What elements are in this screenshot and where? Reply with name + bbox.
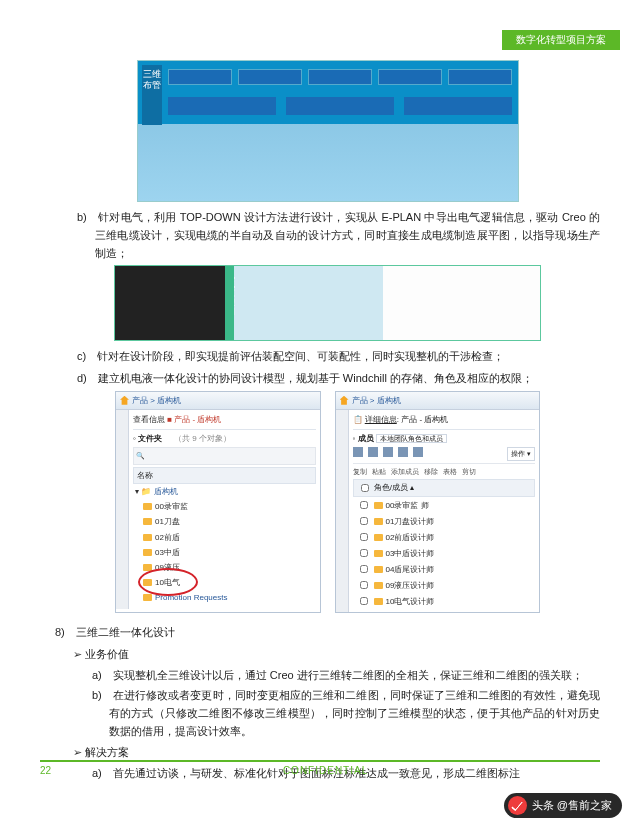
toolbar-icon[interactable] <box>398 447 408 457</box>
figure-label: 三维布管 <box>142 65 162 125</box>
pane-breadcrumb: 产品 > 盾构机 <box>116 392 320 410</box>
watermark-icon <box>508 796 527 815</box>
column-header: 名称 <box>133 467 316 484</box>
home-icon <box>120 396 129 405</box>
figure-electrical: 电气原理图 <box>114 265 541 341</box>
pane-right: 产品 > 盾构机 📋 详细信息: 产品 - 盾构机 ◦ 成员 本地团队角色和成员… <box>335 391 541 614</box>
watermark: 头条 @售前之家 <box>504 793 622 818</box>
toolbar-icon[interactable] <box>353 447 363 457</box>
page-footer: 22 CONFIDENTIAL <box>40 760 600 776</box>
figure-windchill-panes: 产品 > 盾构机 查看信息 ■ 产品 - 盾构机 ◦ 文件夹（共 9 个对象） … <box>115 391 540 614</box>
subheading-solution: 解决方案 <box>55 743 600 761</box>
para-d: d) 建立机电液一体化设计的协同设计模型，规划基于 Windchill 的存储、… <box>55 369 600 387</box>
scope-select[interactable]: 本地团队角色和成员 <box>376 434 447 443</box>
home-icon <box>340 396 349 405</box>
confidential-label: CONFIDENTIAL <box>40 765 600 776</box>
subheading-business-value: 业务价值 <box>55 645 600 663</box>
page-content: 三维布管 b) 针对电气，利用 TOP-DOWN 设计方法进行设计，实现从 E-… <box>0 0 640 782</box>
toolbar-icon[interactable] <box>368 447 378 457</box>
pane-sidebar <box>116 410 129 609</box>
para-bv-a: a) 实现整机全三维设计以后，通过 Creo 进行三维转二维图的全相关，保证三维… <box>55 666 600 684</box>
pane-breadcrumb: 产品 > 盾构机 <box>336 392 540 410</box>
para-bv-b: b) 在进行修改或者变更时，同时变更相应的三维和二维图，同时保证了三维和二维图的… <box>55 686 600 740</box>
para-b: b) 针对电气，利用 TOP-DOWN 设计方法进行设计，实现从 E-PLAN … <box>55 208 600 262</box>
toolbar-icon[interactable] <box>383 447 393 457</box>
para-c: c) 针对在设计阶段，即实现提前评估装配空间、可装配性，同时实现整机的干涉检查； <box>55 347 600 365</box>
toolbar: 操作 ▾ <box>353 445 536 464</box>
toolbar-icon[interactable] <box>413 447 423 457</box>
figure-3d-piping: 三维布管 <box>137 60 519 202</box>
select-all[interactable] <box>361 484 369 492</box>
document-page: 数字化转型项目方案 三维布管 b) 针对电气，利用 TOP-DOWN 设计方法进… <box>0 0 640 828</box>
search-row[interactable]: 🔍 <box>133 447 316 465</box>
section-heading: 8) 三维二维一体化设计 <box>55 623 600 641</box>
ops-dropdown[interactable]: 操作 ▾ <box>507 447 535 461</box>
page-header: 数字化转型项目方案 <box>502 30 620 50</box>
figure-label: 电气原理图 <box>225 272 236 316</box>
pane-sidebar <box>336 410 349 612</box>
pane-left: 产品 > 盾构机 查看信息 ■ 产品 - 盾构机 ◦ 文件夹（共 9 个对象） … <box>115 391 321 614</box>
page-number: 22 <box>40 765 51 776</box>
